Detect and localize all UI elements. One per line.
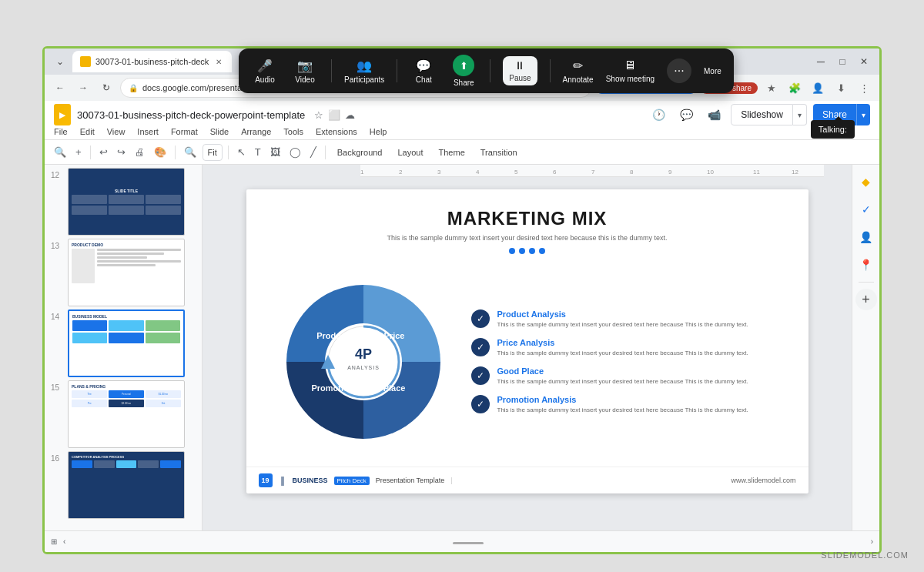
product-label: Product bbox=[316, 331, 349, 340]
slides-filename: 30073-01-business-pitch-deck-powerpoint-… bbox=[77, 109, 305, 121]
analysis-list: ✓ Product Analysis This is the sample du… bbox=[471, 309, 784, 415]
more-label: More bbox=[704, 67, 721, 75]
plus-icon[interactable]: + bbox=[72, 144, 85, 160]
menu-view[interactable]: View bbox=[107, 127, 126, 136]
right-sidebar: ◆ ✓ 👤 📍 + bbox=[852, 165, 879, 530]
dot-4 bbox=[539, 248, 545, 254]
participants-button[interactable]: 👥 Participants bbox=[344, 59, 384, 84]
line-tool-icon[interactable]: ╱ bbox=[307, 144, 320, 160]
menu-insert[interactable]: Insert bbox=[137, 127, 159, 136]
audio-button[interactable]: 🎤 Audio bbox=[251, 59, 279, 84]
search-tool-icon[interactable]: 🔍 bbox=[51, 144, 69, 160]
check-circle-icon[interactable]: ✓ bbox=[855, 199, 877, 220]
share-screen-button[interactable]: ⬆ Share bbox=[450, 55, 477, 87]
history-button[interactable]: 🕐 bbox=[648, 104, 669, 125]
title-icons: ☆ ⬜ ☁ bbox=[314, 109, 355, 121]
show-meeting-button[interactable]: 🖥 Show meeting bbox=[606, 59, 654, 83]
nav-prev-icon[interactable]: ‹ bbox=[63, 537, 65, 546]
download-button[interactable]: ⬇ bbox=[832, 79, 850, 97]
image-tool-icon[interactable]: 🖼 bbox=[267, 144, 283, 160]
paint-format-icon[interactable]: 🎨 bbox=[151, 144, 169, 160]
zoom-level[interactable]: Fit bbox=[203, 144, 223, 161]
zoom-out-icon[interactable]: 🔍 bbox=[181, 144, 199, 160]
back-button[interactable]: ← bbox=[51, 79, 69, 97]
tab-favicon bbox=[80, 56, 91, 67]
print-icon[interactable]: 🖨 bbox=[132, 144, 148, 160]
analysis-text-place: Good Place This is the sample dummy text… bbox=[497, 366, 784, 386]
undo-icon[interactable]: ↩ bbox=[96, 144, 111, 160]
slide-item-14[interactable]: 14 BUSINESS MODEL bbox=[51, 309, 196, 377]
sidebar-divider bbox=[859, 282, 874, 283]
svg-text:12: 12 bbox=[792, 169, 798, 176]
theme-button[interactable]: Theme bbox=[433, 144, 471, 161]
slide-item-12[interactable]: 12 SLIDE TITLE bbox=[51, 168, 196, 236]
menu-button[interactable]: ⋮ bbox=[855, 79, 873, 97]
notification-icon[interactable]: ◆ bbox=[855, 171, 877, 192]
analysis-item-promotion: ✓ Promotion Analysis This is the sample … bbox=[471, 395, 784, 414]
shape-tool-icon[interactable]: ◯ bbox=[286, 144, 304, 160]
layout-button[interactable]: Layout bbox=[392, 144, 430, 161]
person-icon[interactable]: 👤 bbox=[855, 226, 877, 248]
add-to-drive-icon[interactable]: ⬜ bbox=[328, 109, 340, 121]
video-button[interactable]: 📷 Video bbox=[291, 59, 319, 84]
maps-icon[interactable]: 📍 bbox=[855, 254, 877, 276]
cloud-icon[interactable]: ☁ bbox=[345, 109, 355, 121]
slides-app: ▶ 30073-01-business-pitch-deck-powerpoin… bbox=[45, 101, 879, 552]
footer-url: www.slidemodel.com bbox=[731, 477, 795, 484]
slide-footer-number: 19 bbox=[259, 473, 273, 487]
more-button[interactable]: ··· bbox=[667, 59, 691, 83]
menu-file[interactable]: File bbox=[54, 127, 68, 136]
pause-button[interactable]: ⏸ Pause bbox=[503, 56, 537, 85]
bookmark-button[interactable]: ★ bbox=[762, 79, 781, 97]
star-icon[interactable]: ☆ bbox=[314, 109, 323, 121]
forward-button[interactable]: → bbox=[74, 79, 92, 97]
toolbar-divider-2 bbox=[397, 59, 397, 82]
menu-help[interactable]: Help bbox=[370, 127, 387, 136]
transition-button[interactable]: Transition bbox=[474, 144, 524, 161]
slide-item-16[interactable]: 16 COMPETITOR ANALYSIS PROCESS bbox=[51, 451, 196, 519]
active-tab[interactable]: 30073-01-business-pitch-deck ✕ bbox=[72, 51, 232, 72]
dot-1 bbox=[509, 248, 515, 254]
svg-text:7: 7 bbox=[591, 169, 595, 176]
menu-tools[interactable]: Tools bbox=[283, 127, 303, 136]
toolbar-row: 🔍 + ↩ ↪ 🖨 🎨 🔍 Fit ↖ T 🖼 ◯ ╱ Background L… bbox=[45, 140, 879, 165]
slide-item-13[interactable]: 13 PRODUCT DEMO bbox=[51, 239, 196, 306]
menu-slide[interactable]: Slide bbox=[210, 127, 229, 136]
slide-number-15: 15 bbox=[51, 380, 63, 392]
slide-thumbnail-12: SLIDE TITLE bbox=[68, 168, 185, 236]
profile-button[interactable]: 👤 bbox=[808, 79, 827, 97]
slide-item-15[interactable]: 15 PLANS & PRICING The Personal $1.20/mo… bbox=[51, 380, 196, 448]
tab-close-button[interactable]: ✕ bbox=[213, 56, 224, 67]
extension-button[interactable]: 🧩 bbox=[785, 79, 804, 97]
annotate-button[interactable]: ✏ Annotate bbox=[563, 59, 594, 84]
close-button[interactable]: ✕ bbox=[855, 52, 873, 71]
cursor-icon[interactable]: ↖ bbox=[234, 144, 249, 160]
separator-2 bbox=[175, 146, 176, 159]
menu-edit[interactable]: Edit bbox=[80, 127, 95, 136]
product-title: Product Analysis bbox=[497, 309, 784, 319]
menu-extensions[interactable]: Extensions bbox=[316, 127, 357, 136]
reload-button[interactable]: ↻ bbox=[97, 79, 116, 97]
chat-button[interactable]: 💬 Chat bbox=[410, 59, 437, 84]
show-meeting-label: Show meeting bbox=[606, 75, 654, 83]
nav-next-icon[interactable]: › bbox=[871, 537, 873, 546]
menu-arrange[interactable]: Arrange bbox=[241, 127, 271, 136]
slideshow-chevron-button[interactable]: ▾ bbox=[793, 104, 807, 125]
menu-format[interactable]: Format bbox=[171, 127, 198, 136]
grid-view-icon[interactable]: ⊞ bbox=[51, 537, 57, 546]
background-button[interactable]: Background bbox=[331, 144, 389, 161]
analysis-item-place: ✓ Good Place This is the sample dummy te… bbox=[471, 366, 784, 386]
minimize-button[interactable]: ─ bbox=[812, 52, 830, 71]
text-tool-icon[interactable]: T bbox=[252, 144, 264, 160]
ruler-horizontal: 1 2 3 4 5 6 7 8 9 10 11 12 13 bbox=[360, 165, 824, 177]
comments-button[interactable]: 💬 bbox=[675, 104, 697, 125]
tab-title: 30073-01-business-pitch-deck bbox=[95, 57, 209, 66]
tab-list-button[interactable]: ⌄ bbox=[51, 52, 69, 71]
slideshow-button[interactable]: Slideshow bbox=[731, 104, 793, 125]
share-chevron-button[interactable]: ▾ bbox=[856, 104, 870, 125]
chat-label: Chat bbox=[416, 75, 432, 84]
redo-icon[interactable]: ↪ bbox=[114, 144, 129, 160]
maximize-button[interactable]: □ bbox=[833, 52, 852, 71]
meet-button[interactable]: 📹 bbox=[703, 104, 725, 125]
add-button[interactable]: + bbox=[855, 289, 877, 310]
